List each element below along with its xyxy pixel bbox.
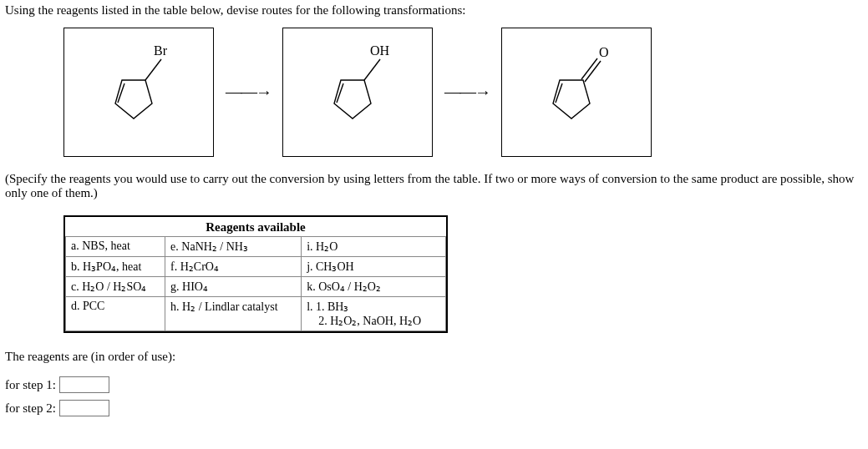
- molecule-1-svg: Br: [80, 38, 197, 147]
- o-label: O: [599, 45, 609, 59]
- molecule-1-box: Br: [63, 28, 214, 157]
- reagents-table: a. NBS, heat e. NaNH₂ / NH₃ i. H₂O b. H₃…: [65, 236, 446, 331]
- reagent-cell: b. H₃PO₄, heat: [66, 257, 165, 277]
- reagent-cell: a. NBS, heat: [66, 237, 165, 257]
- reagents-box: Reagents available a. NBS, heat e. NaNH₂…: [63, 215, 448, 333]
- molecule-3-box: O: [501, 28, 652, 157]
- svg-marker-6: [553, 80, 590, 119]
- answer-intro: The reagents are (in order of use):: [5, 350, 863, 364]
- reagent-cell: h. H₂ / Lindlar catalyst: [165, 297, 302, 331]
- reagent-cell: d. PCC: [66, 297, 165, 331]
- reagent-cell: j. CH₃OH: [302, 257, 446, 277]
- table-row: a. NBS, heat e. NaNH₂ / NH₃ i. H₂O: [66, 237, 446, 257]
- reagent-cell: k. OsO₄ / H₂O₂: [302, 277, 446, 297]
- answer-block: The reagents are (in order of use): for …: [5, 350, 863, 416]
- table-row: b. H₃PO₄, heat f. H₂CrO₄ j. CH₃OH: [66, 257, 446, 277]
- arrow-2: ——→: [444, 83, 490, 102]
- question-intro: Using the reagents listed in the table b…: [5, 3, 863, 18]
- molecule-2-box: OH: [282, 28, 433, 157]
- svg-line-2: [145, 59, 161, 80]
- reagents-title: Reagents available: [65, 217, 446, 236]
- br-label: Br: [154, 43, 168, 58]
- molecule-2-svg: OH: [299, 38, 416, 147]
- reagent-cell: i. H₂O: [302, 237, 446, 257]
- reagent-cell: f. H₂CrO₄: [165, 257, 302, 277]
- reagent-cell: e. NaNH₂ / NH₃: [165, 237, 302, 257]
- svg-marker-3: [334, 80, 371, 119]
- reagent-cell: g. HIO₄: [165, 277, 302, 297]
- molecule-3-svg: O: [518, 38, 635, 147]
- step1-input[interactable]: [59, 376, 109, 393]
- specify-note: (Specify the reagents you would use to c…: [5, 172, 863, 200]
- table-row: c. H₂O / H₂SO₄ g. HIO₄ k. OsO₄ / H₂O₂: [66, 277, 446, 297]
- reaction-scheme: Br ——→ OH ——→ O: [63, 28, 863, 157]
- arrow-1: ——→: [226, 83, 271, 102]
- step2-input[interactable]: [59, 400, 109, 416]
- svg-marker-0: [115, 80, 152, 119]
- step1-label: for step 1:: [5, 378, 56, 391]
- reagent-cell: c. H₂O / H₂SO₄: [66, 277, 165, 297]
- table-row: d. PCC h. H₂ / Lindlar catalyst l. 1. BH…: [66, 297, 446, 331]
- step2-label: for step 2:: [5, 401, 56, 415]
- svg-line-5: [364, 59, 380, 80]
- reagent-cell: l. 1. BH₃ 2. H₂O₂, NaOH, H₂O: [302, 297, 446, 331]
- oh-label: OH: [370, 43, 390, 58]
